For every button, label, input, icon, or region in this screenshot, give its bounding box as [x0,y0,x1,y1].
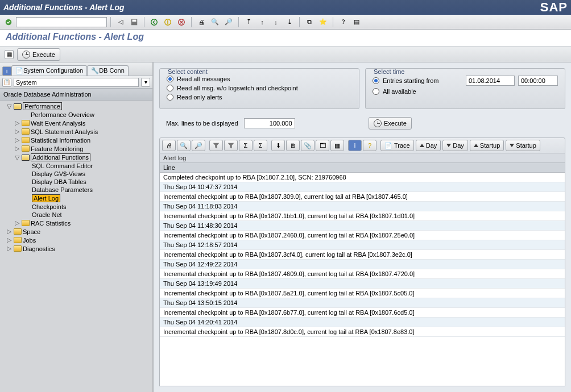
system-list-icon[interactable]: 📋 [2,78,11,87]
grid-row[interactable]: Incremental checkpoint up to RBA [0x1807… [160,250,565,260]
shortcut-icon[interactable]: ⭐ [317,16,329,28]
dropdown-icon[interactable]: ▾ [141,78,150,87]
day-up-button[interactable]: Day [416,140,441,151]
tree-oracle-net[interactable]: Oracle Net [2,211,150,219]
first-page-icon[interactable]: ⤒ [242,16,255,28]
radio-read-all-messages[interactable]: Read all messages [167,74,352,84]
print-icon[interactable]: 🖨 [195,16,208,28]
nav-cancel-icon[interactable] [175,16,188,28]
save-icon[interactable] [128,16,140,28]
execute-button-top[interactable]: Execute [17,48,60,61]
radio-entries-starting-from[interactable] [373,77,379,84]
brand-logo: SAP [540,0,568,15]
menu-icon[interactable]: ▦ [5,50,14,59]
tab-system-configuration[interactable]: 📄System Configuration [11,65,87,76]
grid-row[interactable]: Thu Sep 04 13:50:15 2014 [160,298,565,308]
tree-checkpoints[interactable]: Checkpoints [2,203,150,211]
layout-save-icon[interactable]: 🗔 [316,140,329,151]
day-down-button[interactable]: Day [442,140,468,151]
filter-set-icon[interactable] [224,140,238,151]
info-icon[interactable]: i [348,140,362,151]
prev-page-icon[interactable]: ↑ [256,16,268,28]
time-field[interactable]: 00:00:00 [518,76,558,86]
find-next-icon[interactable]: 🔎 [222,16,235,28]
help-icon[interactable]: ? [363,140,376,151]
download-icon[interactable]: 🗎 [286,140,300,151]
startup-down-button[interactable]: Startup [506,140,540,151]
startup-up-button[interactable]: Startup [470,140,504,151]
grid-row[interactable]: Thu Sep 04 13:19:49 2014 [160,279,565,289]
grid-row[interactable]: Thu Sep 04 12:49:22 2014 [160,260,565,269]
print-icon[interactable]: 🖨 [162,140,176,151]
nav-tree: ▽Performance Performance Overview ▷Wait … [0,101,152,392]
tree-database-parameters[interactable]: Database Parameters [2,186,150,194]
grid-body[interactable]: Completed checkpoint up to RBA [0x1807.2… [160,173,565,386]
radio-read-all-wo-logswitch[interactable]: Read all msg. w/o logswitch and checkpoi… [167,84,352,93]
tree-sql-statement[interactable]: ▷SQL Statement Analysis [2,127,150,136]
trace-button[interactable]: 📄Trace [380,140,414,151]
grid-row[interactable]: Incremental checkpoint up to RBA [0x1807… [160,289,565,298]
grid-row[interactable]: Incremental checkpoint up to RBA [0x1807… [160,308,565,318]
radio-all-available[interactable]: All available [373,87,558,96]
tab-db-connections[interactable]: 🔧DB Conn [87,65,129,76]
grid-row[interactable]: Thu Sep 04 10:47:37 2014 [160,182,565,192]
layout-icon[interactable]: ▤ [350,16,363,28]
max-lines-field[interactable]: 100.000 [244,118,295,128]
grid-row[interactable]: Incremental checkpoint up to RBA [0x1807… [160,211,565,221]
sum-icon[interactable]: Σ [239,140,253,151]
tree-sql-command-editor[interactable]: SQL Command Editor [2,162,150,170]
info-icon[interactable]: i [2,66,11,76]
search-next-icon[interactable]: 🔎 [192,140,205,151]
grid-row[interactable]: Incremental checkpoint up to RBA [0x1807… [160,327,565,337]
tree-jobs[interactable]: ▷Jobs [2,236,150,244]
help-icon[interactable]: ？ [337,16,349,28]
page-title: Additional Functions - Alert Log [6,32,144,41]
tree-rac-statistics[interactable]: ▷RAC Statistics [2,219,150,227]
nav-back-icon[interactable] [148,16,160,28]
tree-wait-event[interactable]: ▷Wait Event Analysis [2,119,150,127]
tree-performance-overview[interactable]: Performance Overview [2,111,150,119]
find-icon[interactable]: 🔍 [209,16,221,28]
grid-row[interactable]: Completed checkpoint up to RBA [0x1807.2… [160,173,565,182]
arrow-down-icon [510,144,514,147]
nav-tabs2: 📋 ▾ [0,76,152,89]
grid-row[interactable]: Incremental checkpoint up to RBA [0x1807… [160,269,565,279]
search-icon[interactable]: 🔍 [177,140,191,151]
filter-icon[interactable] [209,140,223,151]
nav-exit-icon[interactable] [162,16,174,28]
tree-space[interactable]: ▷Space [2,227,150,236]
grid-row[interactable]: Thu Sep 04 11:18:03 2014 [160,202,565,211]
arrow-up-icon [420,144,424,147]
new-session-icon[interactable]: ⧉ [303,16,316,28]
grid-row[interactable]: Thu Sep 04 11:48:30 2014 [160,221,565,231]
last-page-icon[interactable]: ⤓ [283,16,296,28]
svg-rect-2 [133,19,136,22]
grid-row[interactable]: Thu Sep 04 12:18:57 2014 [160,240,565,250]
grid-row[interactable]: Incremental checkpoint up to RBA [0x1807… [160,231,565,240]
next-page-icon[interactable]: ↓ [270,16,282,28]
tree-display-gvviews[interactable]: Display GV$-Views [2,170,150,178]
grid-row[interactable]: Thu Sep 04 14:20:41 2014 [160,318,565,327]
radio-read-only-alerts[interactable]: Read only alerts [167,93,352,102]
alert-log-grid: Alert log Line Completed checkpoint up t… [159,153,565,386]
accept-icon[interactable] [2,16,15,28]
tree-statistical[interactable]: ▷Statistical Information [2,136,150,144]
attach-icon[interactable]: 📎 [301,140,315,151]
tree-additional-functions[interactable]: ▽Additional Functions [2,153,150,162]
tree-display-dba-tables[interactable]: Display DBA Tables [2,178,150,186]
system-input[interactable] [14,78,139,87]
tree-performance[interactable]: ▽Performance [2,102,150,111]
grid-column-header[interactable]: Line [160,163,565,173]
command-field[interactable] [16,17,107,27]
tree-alert-log[interactable]: Alert Log [2,194,150,203]
execute-button[interactable]: Execute [369,117,412,130]
subtotal-icon[interactable]: Σ [254,140,267,151]
grid-row[interactable]: Incremental checkpoint up to RBA [0x1807… [160,192,565,202]
back-icon[interactable]: ◁ [114,16,127,28]
tree-diagnostics[interactable]: ▷Diagnostics [2,244,150,253]
grid-icon[interactable]: ▦ [330,140,344,151]
date-field[interactable]: 01.08.2014 [466,76,515,86]
tree-feature-monitoring[interactable]: ▷Feature Monitoring [2,144,150,153]
arrow-up-icon [474,144,478,147]
export-icon[interactable]: ⬇ [271,140,285,151]
